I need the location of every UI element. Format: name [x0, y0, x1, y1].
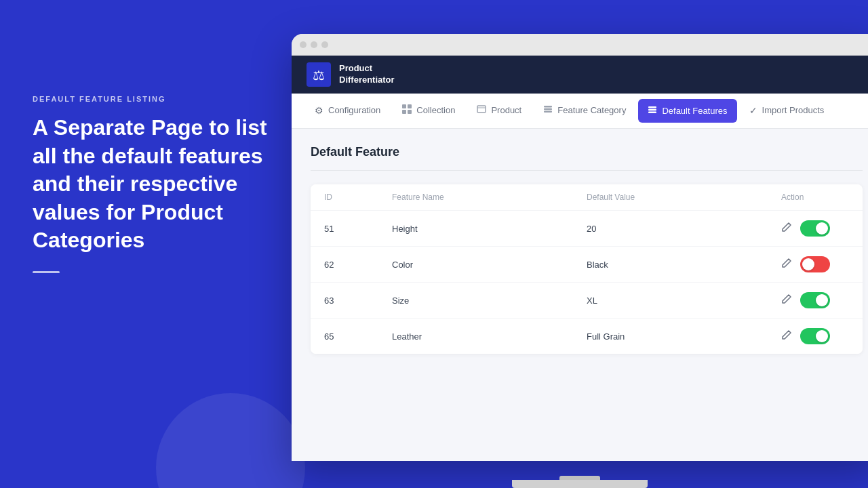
tabs-bar: ⚙ Configuration Collection [292, 94, 868, 129]
svg-rect-9 [544, 108, 552, 110]
toggle-thumb-3 [816, 294, 828, 306]
header-id: ID [324, 192, 392, 202]
table-row: 63 Size XL [311, 282, 863, 318]
tab-default-features-label: Default Features [662, 106, 727, 116]
cell-value-1: 20 [587, 224, 781, 234]
cell-name-3: Size [392, 296, 587, 306]
tab-configuration-label: Configuration [328, 105, 380, 115]
collection-icon [402, 104, 412, 116]
product-icon [477, 104, 486, 116]
cell-name-4: Leather [392, 331, 587, 342]
cell-name-2: Color [392, 260, 587, 270]
cell-action-2 [781, 256, 849, 272]
svg-text:⚖: ⚖ [313, 68, 325, 83]
cell-value-2: Black [587, 260, 781, 270]
left-label: DEFAULT FEATURE LISTING [33, 95, 290, 103]
svg-rect-4 [402, 110, 406, 114]
browser-dot-2 [311, 41, 317, 48]
header-default-value: Default Value [587, 192, 781, 202]
toggle-1[interactable] [800, 220, 830, 237]
browser-dot-1 [300, 41, 307, 48]
default-features-icon [648, 105, 657, 117]
table-header: ID Feature Name Default Value Action [311, 184, 863, 210]
tab-collection-label: Collection [416, 105, 455, 115]
tab-feature-category[interactable]: Feature Category [534, 94, 635, 128]
svg-rect-8 [544, 106, 552, 108]
toggle-thumb-1 [816, 222, 828, 235]
app-container: ⚖ ProductDifferentiator ⚙ Configuration [292, 56, 868, 461]
app-navbar: ⚖ ProductDifferentiator [292, 56, 868, 94]
cell-action-3 [781, 292, 849, 308]
decorative-circle [156, 393, 305, 488]
tab-product-label: Product [491, 105, 521, 115]
table-row: 51 Height 20 [311, 210, 863, 246]
laptop-frame: ⚖ ProductDifferentiator ⚙ Configuration [292, 34, 868, 461]
cell-id-1: 51 [324, 224, 392, 234]
svg-rect-12 [648, 109, 656, 111]
svg-rect-13 [648, 112, 656, 114]
svg-rect-6 [477, 106, 486, 113]
laptop-mockup: ⚖ ProductDifferentiator ⚙ Configuration [292, 20, 868, 488]
toggle-4[interactable] [800, 328, 830, 344]
toggle-thumb-4 [816, 330, 828, 342]
table-row: 65 Leather Full Grain [311, 318, 863, 354]
svg-rect-10 [544, 111, 552, 113]
edit-icon-4[interactable] [781, 329, 792, 343]
edit-icon-2[interactable] [781, 258, 792, 271]
cell-value-4: Full Grain [587, 331, 781, 342]
cell-id-4: 65 [324, 331, 392, 342]
left-panel: DEFAULT FEATURE LISTING A Separate Page … [33, 95, 290, 273]
toggle-thumb-2 [802, 258, 814, 270]
left-divider [33, 271, 60, 273]
table-row: 62 Color Black [311, 246, 863, 282]
tab-import-products[interactable]: ✓ Import Products [740, 94, 834, 128]
tab-collection[interactable]: Collection [393, 94, 465, 128]
cell-action-4 [781, 328, 849, 344]
tab-configuration[interactable]: ⚙ Configuration [305, 94, 390, 128]
feature-table: ID Feature Name Default Value Action 51 … [311, 184, 863, 354]
logo-text: ProductDifferentiator [339, 63, 395, 86]
svg-rect-3 [408, 104, 412, 108]
toggle-2[interactable] [800, 256, 830, 272]
main-content: Default Feature ID Feature Name Default … [292, 129, 868, 370]
svg-rect-2 [402, 104, 406, 108]
cell-value-3: XL [587, 296, 781, 306]
header-feature-name: Feature Name [392, 192, 587, 202]
section-title: Default Feature [311, 145, 863, 159]
left-heading: A Separate Page to list all the default … [33, 114, 290, 255]
toggle-3[interactable] [800, 292, 830, 308]
edit-icon-3[interactable] [781, 293, 792, 307]
laptop-base [512, 480, 648, 488]
feature-category-icon [543, 104, 553, 116]
cell-id-2: 62 [324, 260, 392, 270]
tab-product[interactable]: Product [467, 94, 531, 128]
app-logo: ⚖ ProductDifferentiator [305, 61, 395, 88]
browser-dot-3 [321, 41, 328, 48]
header-action: Action [781, 192, 849, 202]
tab-default-features[interactable]: Default Features [638, 99, 736, 123]
logo-icon: ⚖ [305, 61, 332, 88]
tab-feature-category-label: Feature Category [557, 105, 626, 115]
import-products-icon: ✓ [749, 105, 757, 116]
tab-import-products-label: Import Products [762, 105, 825, 115]
section-divider [311, 170, 863, 171]
browser-chrome [292, 34, 868, 56]
configuration-icon: ⚙ [315, 105, 323, 116]
cell-name-1: Height [392, 224, 587, 234]
cell-action-1 [781, 220, 849, 237]
svg-rect-5 [408, 110, 412, 114]
edit-icon-1[interactable] [781, 222, 792, 235]
cell-id-3: 63 [324, 296, 392, 306]
svg-rect-11 [648, 106, 656, 108]
